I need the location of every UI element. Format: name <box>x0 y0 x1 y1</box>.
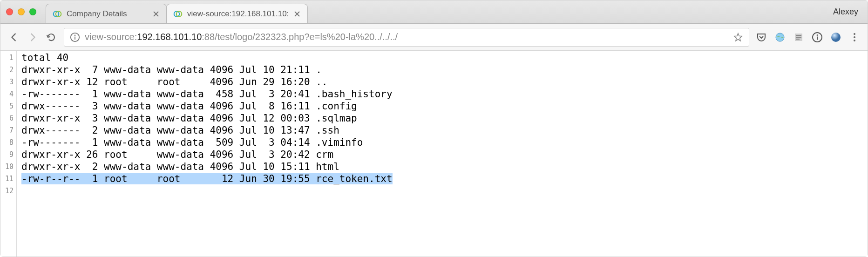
url-host: 192.168.101.10 <box>137 32 202 42</box>
source-code: total 40drwxr-xr-x 7 www-data www-data 4… <box>17 51 393 257</box>
svg-rect-14 <box>817 36 818 40</box>
tab-strip: Company Details view-source:192.168.101.… <box>0 0 868 24</box>
address-bar[interactable]: view-source:192.168.101.10:88/test/logo/… <box>64 28 749 47</box>
line-number: 10 <box>5 161 14 173</box>
tab-close-icon[interactable] <box>152 10 160 18</box>
toolbar: view-source:192.168.101.10:88/test/logo/… <box>0 24 868 51</box>
svg-rect-6 <box>75 36 75 39</box>
reader-extension-icon[interactable] <box>793 32 804 43</box>
tab-company-details[interactable]: Company Details <box>46 4 167 23</box>
zoom-window-button[interactable] <box>29 8 36 15</box>
tab-title: view-source:192.168.101.10: <box>187 9 289 19</box>
svg-point-15 <box>831 33 841 42</box>
site-info-icon[interactable] <box>70 32 80 42</box>
tab-close-icon[interactable] <box>293 10 301 18</box>
back-button[interactable] <box>8 31 20 43</box>
source-line: drwxr-xr-x 12 root root 4096 Jun 29 16:2… <box>21 76 393 88</box>
pocket-extension-icon[interactable] <box>756 32 767 43</box>
line-number: 4 <box>5 88 14 100</box>
svg-rect-10 <box>796 37 801 38</box>
url-path: :88/test/logo/232323.php?e=ls%20-la%20..… <box>202 32 398 42</box>
svg-rect-11 <box>796 39 800 40</box>
tab-view-source[interactable]: view-source:192.168.101.10: <box>166 4 308 23</box>
line-number: 2 <box>5 64 14 76</box>
extension-icons <box>756 32 860 43</box>
source-line: drwxr-xr-x 2 www-data www-data 4096 Jul … <box>21 161 393 173</box>
source-line: -rw------- 1 www-data www-data 509 Jul 3… <box>21 136 393 149</box>
source-line: drwxr-xr-x 3 www-data www-data 4096 Jul … <box>21 112 393 124</box>
line-number: 1 <box>5 52 14 64</box>
line-number: 11 <box>5 173 14 185</box>
tabs-container: Company Details view-source:192.168.101.… <box>46 0 833 23</box>
source-line: drwx------ 3 www-data www-data 4096 Jul … <box>21 100 393 112</box>
reload-button[interactable] <box>45 31 57 43</box>
webex-favicon-icon <box>53 9 62 19</box>
forward-button[interactable] <box>27 31 39 43</box>
source-line: total 40 <box>21 52 393 64</box>
webex-favicon-icon <box>173 9 183 19</box>
source-line: drwxr-xr-x 26 root www-data 4096 Jul 3 2… <box>21 149 393 161</box>
chrome-menu-icon[interactable] <box>849 32 860 43</box>
line-number: 8 <box>5 136 14 149</box>
line-number: 12 <box>5 185 14 197</box>
url-text: view-source:192.168.101.10:88/test/logo/… <box>85 32 728 42</box>
tab-title: Company Details <box>67 9 148 19</box>
svg-point-13 <box>817 34 818 36</box>
source-line: -rw------- 1 www-data www-data 458 Jul 3… <box>21 88 393 100</box>
line-number: 9 <box>5 149 14 161</box>
line-number: 5 <box>5 100 14 112</box>
svg-point-17 <box>854 36 855 38</box>
svg-point-16 <box>854 33 855 35</box>
globe-extension-icon[interactable] <box>774 32 786 43</box>
window-controls <box>6 8 36 15</box>
source-line: -rw-r--r-- 1 root root 12 Jun 30 19:55 r… <box>21 173 393 185</box>
url-scheme: view-source: <box>85 32 137 42</box>
close-window-button[interactable] <box>6 8 13 15</box>
minimize-window-button[interactable] <box>18 8 25 15</box>
source-line: drwxr-xr-x 7 www-data www-data 4096 Jul … <box>21 64 393 76</box>
info-extension-icon[interactable] <box>812 32 823 43</box>
view-source-content[interactable]: 123456789101112 total 40drwxr-xr-x 7 www… <box>0 51 868 257</box>
marble-extension-icon[interactable] <box>830 32 841 43</box>
line-number: 3 <box>5 76 14 88</box>
svg-point-18 <box>854 40 855 41</box>
source-line <box>21 185 393 197</box>
line-number: 7 <box>5 124 14 136</box>
browser-window: Company Details view-source:192.168.101.… <box>0 0 868 257</box>
svg-point-5 <box>75 34 76 36</box>
line-number-gutter: 123456789101112 <box>0 51 17 257</box>
profile-name[interactable]: Alexey <box>833 7 862 17</box>
line-number: 6 <box>5 112 14 124</box>
source-line: drwx------ 2 www-data www-data 4096 Jul … <box>21 124 393 136</box>
bookmark-star-icon[interactable] <box>733 32 743 42</box>
svg-rect-9 <box>796 35 801 36</box>
